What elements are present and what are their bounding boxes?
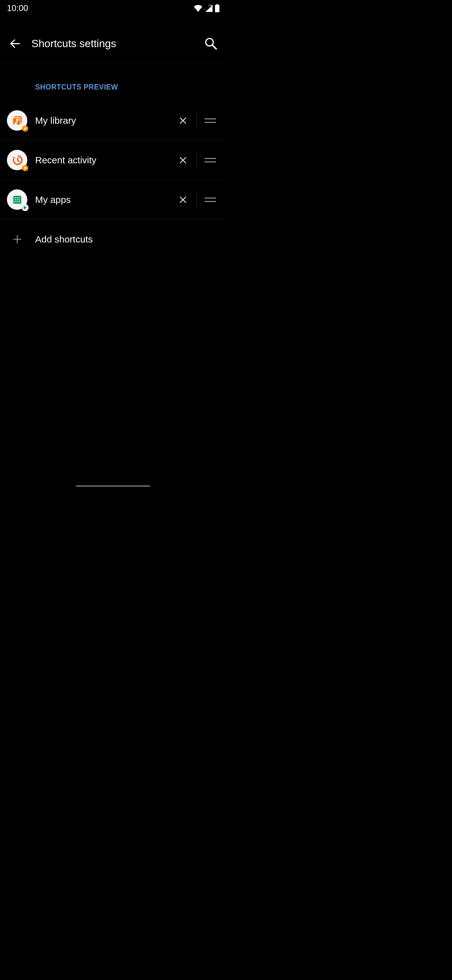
drag-line-icon bbox=[205, 201, 216, 202]
remove-button[interactable] bbox=[174, 112, 192, 129]
svg-rect-12 bbox=[15, 199, 16, 200]
svg-rect-2 bbox=[217, 4, 218, 5]
status-time: 10:00 bbox=[7, 3, 28, 13]
play-music-badge-icon bbox=[22, 125, 29, 132]
search-icon bbox=[204, 37, 218, 51]
search-button[interactable] bbox=[201, 34, 220, 53]
app-bar: Shortcuts settings bbox=[0, 23, 226, 64]
svg-rect-13 bbox=[17, 199, 17, 200]
svg-rect-9 bbox=[15, 197, 16, 198]
shortcut-icon bbox=[7, 110, 27, 130]
drag-line-icon bbox=[205, 161, 216, 162]
drag-line-icon bbox=[205, 158, 216, 159]
drag-handle[interactable] bbox=[201, 191, 219, 208]
drag-line-icon bbox=[205, 118, 216, 119]
shortcut-label: My library bbox=[35, 115, 174, 126]
shortcut-icon bbox=[7, 189, 27, 210]
home-indicator[interactable] bbox=[76, 485, 150, 487]
svg-rect-10 bbox=[17, 197, 17, 198]
shortcut-label: My apps bbox=[35, 194, 174, 205]
back-button[interactable] bbox=[6, 34, 24, 53]
divider bbox=[196, 113, 197, 129]
divider bbox=[196, 152, 197, 169]
shortcut-label: Recent activity bbox=[35, 155, 174, 165]
drag-handle[interactable] bbox=[201, 151, 219, 169]
cellular-icon: LTE bbox=[204, 5, 213, 12]
battery-icon bbox=[215, 4, 220, 12]
shortcut-icon bbox=[7, 150, 27, 170]
remove-button[interactable] bbox=[174, 191, 192, 208]
page-title: Shortcuts settings bbox=[32, 37, 201, 49]
svg-rect-16 bbox=[17, 201, 17, 202]
plus-icon bbox=[7, 229, 27, 250]
play-music-badge-icon bbox=[22, 165, 29, 172]
add-shortcuts-row[interactable]: Add shortcuts bbox=[0, 220, 226, 259]
close-icon bbox=[178, 195, 188, 205]
arrow-left-icon bbox=[9, 37, 21, 50]
drag-line-icon bbox=[205, 122, 216, 123]
svg-rect-1 bbox=[215, 5, 219, 12]
svg-rect-15 bbox=[15, 201, 16, 202]
close-icon bbox=[178, 116, 188, 126]
svg-rect-14 bbox=[19, 199, 19, 200]
shortcut-item: My library bbox=[0, 101, 226, 140]
status-icons: LTE bbox=[193, 4, 220, 12]
close-icon bbox=[178, 155, 188, 165]
wifi-icon bbox=[193, 5, 203, 12]
library-icon bbox=[11, 115, 23, 127]
divider bbox=[196, 192, 197, 208]
play-store-badge-icon bbox=[22, 204, 29, 211]
shortcut-item: My apps bbox=[0, 180, 226, 220]
status-bar: 10:00 LTE bbox=[0, 0, 226, 16]
section-header: SHORTCUTS PREVIEW bbox=[0, 64, 226, 101]
shortcut-item: Recent activity bbox=[0, 140, 226, 180]
svg-rect-11 bbox=[19, 197, 19, 198]
drag-line-icon bbox=[205, 197, 216, 199]
apps-grid-icon bbox=[11, 194, 23, 206]
drag-handle[interactable] bbox=[201, 112, 219, 129]
svg-rect-17 bbox=[19, 201, 19, 202]
remove-button[interactable] bbox=[174, 151, 192, 169]
add-shortcuts-label: Add shortcuts bbox=[35, 234, 93, 245]
